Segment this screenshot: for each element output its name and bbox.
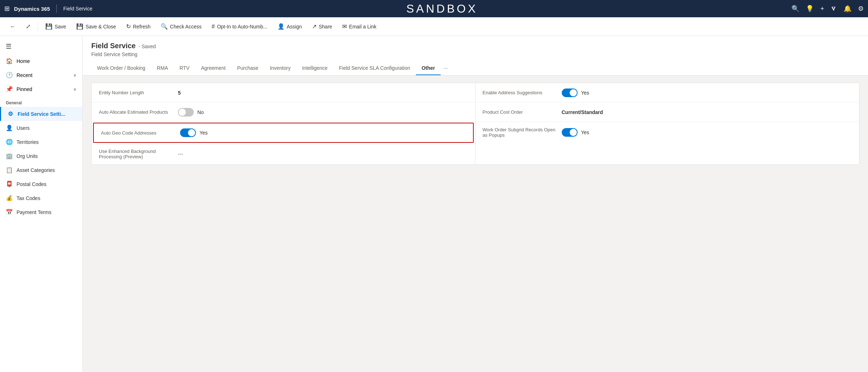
form-content: Entity Number Length 5 Auto Allocate Est… [83, 76, 868, 178]
auto-allocate-toggle-container: No [178, 108, 204, 117]
auto-allocate-toggle-thumb [179, 109, 186, 116]
email-icon: ✉ [342, 23, 347, 30]
back-arrow-icon: ← [10, 23, 16, 30]
sidebar-item-label: Home [17, 58, 30, 64]
auto-geo-code-toggle[interactable] [180, 128, 196, 137]
work-order-subgrid-toggle-label: Yes [581, 130, 589, 135]
nav-divider [56, 4, 57, 13]
page-saved-label: - Saved [138, 44, 156, 49]
sidebar-item-tax-codes[interactable]: 💰 Tax Codes [0, 191, 82, 205]
sidebar-item-label: Recent [17, 72, 32, 78]
sidebar-item-label: Payment Terms [17, 209, 51, 215]
nav-icons-group: 🔍 💡 + ⛛ 🔔 ⚙ [791, 5, 864, 13]
email-link-button[interactable]: ✉ Email a Link [338, 21, 381, 32]
settings-gear-icon[interactable]: ⚙ [858, 5, 864, 13]
auto-allocate-toggle[interactable] [178, 108, 194, 117]
top-nav-bar: ⊞ Dynamics 365 Field Service SANDBOX 🔍 💡… [0, 0, 868, 17]
settings-icon: ⚙ [7, 110, 14, 117]
sidebar-item-home[interactable]: 🏠 Home [0, 54, 82, 68]
auto-allocate-label: Auto Allocate Estimated Products [99, 109, 178, 115]
sidebar-item-territories[interactable]: 🌐 Territories [0, 135, 82, 149]
auto-geo-code-toggle-thumb [188, 129, 195, 136]
save-button[interactable]: 💾 Save [41, 21, 70, 32]
sidebar-item-label: Pinned [17, 86, 32, 92]
lightbulb-icon[interactable]: 💡 [806, 5, 814, 13]
tab-more-icon[interactable]: ··· [441, 62, 451, 75]
form-row-entity-number-length: Entity Number Length 5 [92, 83, 475, 103]
filter-icon[interactable]: ⛛ [831, 5, 837, 13]
save-close-icon: 💾 [76, 23, 83, 30]
general-section-label: General [0, 96, 82, 107]
sidebar-item-postal-codes[interactable]: 📮 Postal Codes [0, 177, 82, 191]
refresh-button[interactable]: ↻ Refresh [122, 21, 155, 32]
tab-agreement[interactable]: Agreement [195, 62, 231, 75]
tab-intelligence[interactable]: Intelligence [296, 62, 333, 75]
form-row-work-order-subgrid: Work Order Subgrid Records Open as Popup… [476, 122, 859, 143]
sidebar-item-asset-categories[interactable]: 📋 Asset Categories [0, 163, 82, 177]
form-row-product-cost-order: Product Cost Order Current/Standard [476, 103, 859, 122]
sidebar-item-recent[interactable]: 🕐 Recent ∨ [0, 68, 82, 82]
notification-icon[interactable]: 🔔 [844, 5, 851, 13]
tab-inventory[interactable]: Inventory [264, 62, 297, 75]
main-layout: ☰ 🏠 Home 🕐 Recent ∨ 📌 Pinned ∨ General ⚙ [0, 36, 868, 372]
sidebar-item-users[interactable]: 👤 Users [0, 121, 82, 135]
sidebar-item-label: Org Units [17, 153, 38, 159]
hamburger-menu-icon[interactable]: ☰ [0, 39, 82, 54]
sidebar-item-label: Asset Categories [17, 167, 55, 173]
entity-number-length-label: Entity Number Length [99, 90, 178, 95]
form-row-auto-allocate: Auto Allocate Estimated Products No [92, 103, 475, 122]
add-icon[interactable]: + [820, 5, 824, 13]
sidebar-item-payment-terms[interactable]: 📅 Payment Terms [0, 205, 82, 219]
pinned-expand-icon: ∨ [73, 87, 77, 92]
work-order-subgrid-label: Work Order Subgrid Records Open as Popup… [483, 127, 562, 138]
form-section-main: Entity Number Length 5 Auto Allocate Est… [91, 83, 859, 165]
page-header: Field Service - Saved Field Service Sett… [83, 36, 868, 76]
globe-icon: 🌐 [6, 139, 13, 145]
org-units-icon: 🏢 [6, 153, 13, 159]
tax-codes-icon: 💰 [6, 195, 13, 201]
auto-geo-code-toggle-container: Yes [180, 128, 208, 137]
opt-in-button[interactable]: # Opt-In to Auto-Numb... [207, 21, 272, 32]
tab-field-service-sla[interactable]: Field Service SLA Configuration [333, 62, 416, 75]
save-close-button[interactable]: 💾 Save & Close [72, 21, 120, 32]
apps-grid-icon[interactable]: ⊞ [4, 5, 10, 13]
auto-geo-code-toggle-label: Yes [199, 130, 208, 136]
pinned-icon: 📌 [6, 86, 13, 92]
tab-rma[interactable]: RMA [151, 62, 174, 75]
enable-address-toggle-container: Yes [562, 89, 589, 97]
search-icon[interactable]: 🔍 [791, 5, 799, 13]
form-row-enable-address: Enable Address Suggestions Yes [476, 83, 859, 103]
form-grid: Entity Number Length 5 Auto Allocate Est… [92, 83, 859, 164]
tab-rtv[interactable]: RTV [174, 62, 195, 75]
back-button[interactable]: ← [6, 21, 20, 32]
assign-button[interactable]: 👤 Assign [273, 21, 306, 32]
form-right-column: Enable Address Suggestions Yes Product C… [476, 83, 859, 164]
command-bar: ← ⤢ 💾 Save 💾 Save & Close ↻ Refresh 🔍 Ch… [0, 17, 868, 36]
content-area: Field Service - Saved Field Service Sett… [83, 36, 868, 372]
page-title: Field Service [91, 42, 136, 50]
recent-expand-icon: ∨ [73, 73, 77, 78]
sidebar-item-field-service-settings[interactable]: ⚙ Field Service Setti... [0, 107, 82, 121]
tab-other[interactable]: Other [416, 62, 441, 75]
enable-address-toggle-label: Yes [581, 90, 589, 96]
save-icon: 💾 [45, 23, 52, 30]
enable-address-toggle[interactable] [562, 89, 578, 97]
refresh-icon: ↻ [126, 23, 131, 30]
enable-address-toggle-thumb [570, 89, 577, 96]
enable-address-label: Enable Address Suggestions [483, 90, 562, 95]
sandbox-title: SANDBOX [92, 2, 791, 15]
use-enhanced-label: Use Enhanced Background Processing (Prev… [99, 149, 178, 159]
check-access-button[interactable]: 🔍 Check Access [156, 21, 206, 32]
use-enhanced-value: --- [178, 151, 183, 157]
open-new-window-button[interactable]: ⤢ [22, 21, 35, 32]
auto-geo-code-label: Auto Geo Code Addresses [101, 130, 180, 136]
sidebar: ☰ 🏠 Home 🕐 Recent ∨ 📌 Pinned ∨ General ⚙ [0, 36, 83, 372]
share-button[interactable]: ↗ Share [308, 21, 336, 32]
assign-icon: 👤 [277, 23, 285, 30]
sidebar-item-org-units[interactable]: 🏢 Org Units [0, 149, 82, 163]
work-order-subgrid-toggle[interactable] [562, 128, 578, 137]
tab-work-order-booking[interactable]: Work Order / Booking [91, 62, 151, 75]
tab-purchase[interactable]: Purchase [231, 62, 264, 75]
postal-codes-icon: 📮 [6, 181, 13, 187]
sidebar-item-pinned[interactable]: 📌 Pinned ∨ [0, 82, 82, 96]
